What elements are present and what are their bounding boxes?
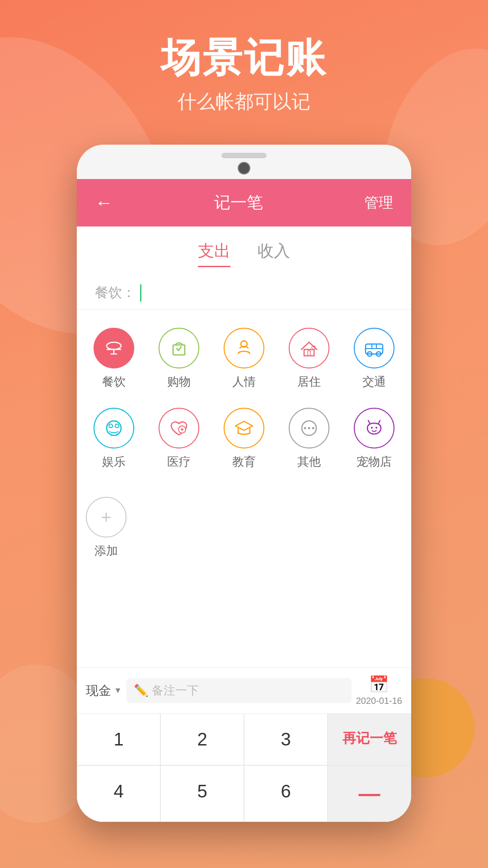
category-item-dining[interactable]: 餐饮	[81, 319, 146, 399]
entertainment-label: 娱乐	[102, 454, 126, 470]
numpad-key-6[interactable]: 6	[244, 765, 328, 822]
shopping-icon	[159, 328, 199, 368]
dining-label: 餐饮	[102, 374, 126, 390]
other-label: 其他	[297, 454, 321, 470]
tab-income[interactable]: 收入	[258, 240, 290, 267]
numpad-key-5[interactable]: 5	[160, 765, 244, 822]
relations-label: 人情	[232, 374, 256, 390]
svg-point-16	[115, 424, 119, 428]
phone-speaker	[221, 153, 267, 158]
category-item-education[interactable]: 教育	[211, 399, 277, 479]
phone-top-bar	[77, 145, 411, 179]
svg-point-25	[375, 427, 377, 429]
housing-icon	[289, 328, 329, 368]
add-category-icon: +	[86, 497, 127, 538]
tab-expense[interactable]: 支出	[198, 240, 230, 267]
calendar-icon: 📅	[369, 675, 389, 694]
svg-point-0	[107, 342, 121, 349]
svg-point-21	[304, 427, 306, 429]
numpad-key-1[interactable]: 1	[77, 713, 160, 765]
housing-label: 居住	[297, 374, 321, 390]
category-item-housing[interactable]: 居住	[277, 319, 342, 399]
category-prefix: 餐饮：	[95, 283, 136, 302]
app-title: 记一笔	[214, 192, 263, 214]
note-placeholder: 备注一下	[152, 683, 199, 698]
category-item-shopping[interactable]: 购物	[146, 319, 211, 399]
category-item-entertainment[interactable]: 娱乐	[81, 399, 146, 479]
app-content: 支出 收入 餐饮：	[77, 226, 411, 822]
phone-camera	[238, 162, 250, 175]
numpad-key-3[interactable]: 3	[244, 713, 328, 765]
education-icon	[224, 408, 264, 448]
numpad-key-2[interactable]: 2	[160, 713, 244, 765]
amount-input-area[interactable]	[136, 284, 393, 302]
app-header: ← 记一笔 管理	[77, 179, 411, 226]
shopping-label: 购物	[167, 374, 191, 390]
date-display: 2020-01-16	[356, 696, 402, 706]
numpad-key-4[interactable]: 4	[77, 765, 160, 822]
svg-point-22	[308, 427, 310, 429]
education-label: 教育	[232, 454, 256, 470]
tab-row: 支出 收入	[77, 226, 411, 276]
svg-point-15	[109, 424, 113, 428]
relations-icon	[224, 328, 264, 368]
other-icon	[289, 408, 329, 448]
pet-label: 宠物店	[357, 454, 392, 470]
manage-button[interactable]: 管理	[364, 193, 393, 213]
entertainment-icon	[94, 408, 134, 448]
date-selector[interactable]: 📅 2020-01-16	[356, 675, 402, 706]
main-title: 场景记账	[0, 36, 488, 80]
numpad-action-delete[interactable]: —	[328, 765, 411, 822]
back-button[interactable]: ←	[95, 193, 113, 213]
payment-method-selector[interactable]: 现金 ▼	[86, 682, 122, 699]
sub-title: 什么帐都可以记	[0, 89, 488, 114]
category-item-transport[interactable]: 交通	[342, 319, 407, 399]
note-edit-icon: ✏️	[134, 684, 148, 698]
medical-label: 医疗	[167, 454, 191, 470]
svg-point-14	[107, 421, 121, 435]
transport-icon	[354, 328, 394, 368]
text-cursor	[140, 284, 141, 302]
empty-space	[77, 577, 411, 667]
category-item-pet[interactable]: 宠物店	[342, 399, 407, 479]
category-item-medical[interactable]: 医疗	[146, 399, 211, 479]
payment-method-label: 现金	[86, 682, 111, 699]
svg-point-24	[371, 427, 373, 429]
phone-mockup: ← 记一笔 管理 支出 收入 餐饮：	[77, 145, 411, 822]
note-input[interactable]: ✏️ 备注一下	[127, 678, 352, 703]
category-item-other[interactable]: 其他	[277, 399, 342, 479]
medical-icon	[159, 408, 199, 448]
transport-label: 交通	[362, 374, 386, 390]
add-category-item[interactable]: + 添加	[81, 488, 131, 568]
numpad: 1 2 3 再记一笔 4 5 6 —	[77, 713, 411, 822]
svg-point-23	[312, 427, 314, 429]
category-item-relations[interactable]: 人情	[211, 319, 277, 399]
footer-bar: 现金 ▼ ✏️ 备注一下 📅 2020-01-16	[77, 667, 411, 713]
payment-dropdown-arrow: ▼	[114, 686, 122, 695]
dining-icon	[94, 328, 134, 368]
add-category-label: 添加	[94, 543, 118, 559]
phone-camera-row	[238, 162, 250, 175]
numpad-action-again[interactable]: 再记一笔	[328, 713, 411, 765]
header-area: 场景记账 什么帐都可以记	[0, 0, 488, 114]
pet-icon	[354, 408, 394, 448]
category-grid: 餐饮 购物	[77, 310, 411, 488]
amount-input-row: 餐饮：	[77, 276, 411, 310]
